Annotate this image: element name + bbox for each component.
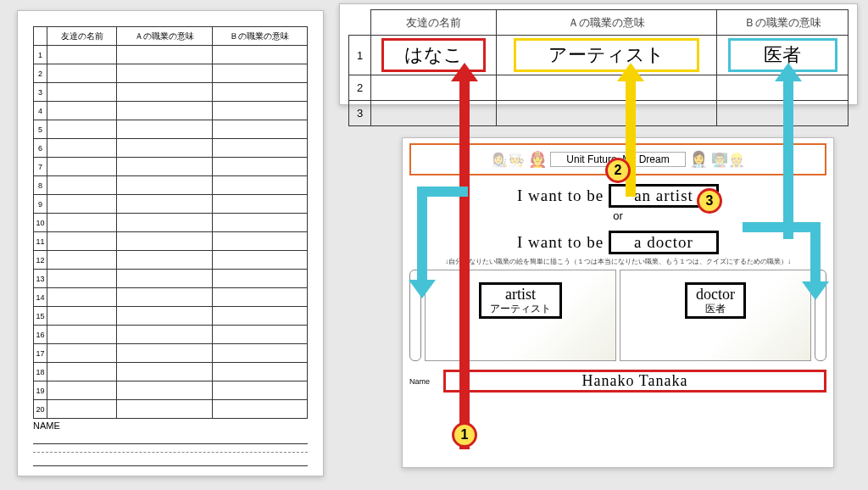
- table-row: 7: [34, 158, 308, 176]
- row-num: 8: [34, 176, 47, 195]
- card-b-label: doctor 医者: [685, 282, 746, 319]
- row-num: 20: [34, 400, 47, 419]
- answer-job-b: 医者: [728, 38, 837, 72]
- row-num: 3: [34, 83, 47, 102]
- name-solid-line: [33, 431, 308, 444]
- row-num: 15: [34, 307, 47, 326]
- name-label: NAME: [33, 420, 308, 431]
- zoom-header-name: 友達の名前: [371, 10, 497, 36]
- name-dashed-line: [33, 444, 308, 453]
- zoomed-answer-table: 友達の名前 Ａの職業の意味 Ｂの職業の意味 1 はなこ アーティスト 医者 2 …: [339, 3, 858, 105]
- table-row: 19: [34, 381, 308, 400]
- table-row: 10: [34, 214, 308, 232]
- answer-name: はなこ: [381, 38, 486, 72]
- zoom-header-job-b: Ｂの職業の意味: [717, 10, 849, 36]
- table-row: 2: [34, 64, 308, 83]
- row-num: 19: [34, 381, 47, 400]
- badge-3: 3: [697, 188, 722, 214]
- row-num: 6: [34, 139, 47, 158]
- drawing-card-b: doctor 医者: [620, 270, 811, 361]
- row-num: 5: [34, 120, 47, 139]
- table-row: 1: [34, 46, 308, 64]
- table-row: 20: [34, 400, 308, 419]
- blank-table: 友達の名前 Ａの職業の意味 Ｂの職業の意味 123456789101112131…: [33, 26, 308, 419]
- row-num: 16: [34, 326, 47, 344]
- name-solid-line-2: [33, 453, 308, 466]
- row-num: 17: [34, 344, 47, 363]
- zoom-table: 友達の名前 Ａの職業の意味 Ｂの職業の意味 1 はなこ アーティスト 医者 2 …: [348, 9, 849, 126]
- line2-prefix: I want to be: [517, 233, 604, 251]
- left-bracket: [409, 270, 421, 361]
- row-num: 13: [34, 270, 47, 288]
- table-row: 14: [34, 288, 308, 307]
- lesson-worksheet: 👩‍🎨🧑‍🍳 🧑‍🚒 Unit Future, My Dream 👩‍⚕️ 👨‍…: [402, 137, 834, 468]
- card-a-en: artist: [490, 287, 551, 303]
- badge-1: 1: [452, 422, 477, 448]
- drawing-card-a: artist アーティスト: [425, 270, 616, 361]
- blank-worksheet: 友達の名前 Ａの職業の意味 Ｂの職業の意味 123456789101112131…: [17, 10, 324, 476]
- row-num: 14: [34, 288, 47, 307]
- instruction-text: ↓自分がなりたい職業の絵を簡単に描こう（１つは本当になりたい職業、もう１つは、ク…: [409, 257, 826, 266]
- table-row: 16: [34, 326, 308, 344]
- row-num: 4: [34, 102, 47, 120]
- table-row: 17: [34, 344, 308, 363]
- col-header-job-b: Ｂの職業の意味: [212, 27, 307, 46]
- badge-2: 2: [605, 158, 631, 183]
- col-header-name: 友達の名前: [47, 27, 117, 46]
- card-a-jp: アーティスト: [490, 303, 551, 315]
- table-row: 3: [34, 83, 308, 102]
- zoom-header-job-a: Ａの職業の意味: [497, 10, 717, 36]
- sentence-1: I want to be an artist: [409, 184, 826, 208]
- row-num: 1: [34, 46, 47, 64]
- zoom-row-2-num: 2: [349, 75, 371, 101]
- table-row: 11: [34, 232, 308, 251]
- col-header-job-a: Ａの職業の意味: [117, 27, 212, 46]
- row-num: 11: [34, 232, 47, 251]
- table-row: 8: [34, 176, 308, 195]
- table-row: 4: [34, 102, 308, 120]
- row-num: 10: [34, 214, 47, 232]
- zoom-row-1-num: 1: [349, 36, 371, 75]
- row-num: 2: [34, 64, 47, 83]
- line1-prefix: I want to be: [517, 187, 604, 204]
- student-name: Hanako Tanaka: [443, 370, 826, 393]
- table-row: 18: [34, 363, 308, 381]
- sentence-2: I want to be a doctor: [409, 231, 826, 254]
- zoom-row-3-num: 3: [349, 101, 371, 126]
- row-num: 18: [34, 363, 47, 381]
- table-row: 5: [34, 120, 308, 139]
- right-bracket: [815, 270, 826, 361]
- or-label: or: [409, 209, 826, 222]
- table-row: 9: [34, 195, 308, 214]
- row-num: 12: [34, 251, 47, 270]
- table-row: 6: [34, 139, 308, 158]
- card-b-en: doctor: [696, 287, 735, 303]
- name-lbl: Name: [409, 377, 438, 386]
- row-num: 7: [34, 158, 47, 176]
- table-row: 12: [34, 251, 308, 270]
- name-row: Name Hanako Tanaka: [409, 370, 826, 393]
- table-row: 15: [34, 307, 308, 326]
- card-b-jp: 医者: [696, 303, 735, 315]
- line2-fill: a doctor: [609, 231, 719, 254]
- row-num: 9: [34, 195, 47, 214]
- answer-job-a: アーティスト: [514, 38, 699, 72]
- drawing-row: artist アーティスト doctor 医者: [409, 270, 826, 361]
- table-row: 13: [34, 270, 308, 288]
- card-a-label: artist アーティスト: [479, 282, 562, 319]
